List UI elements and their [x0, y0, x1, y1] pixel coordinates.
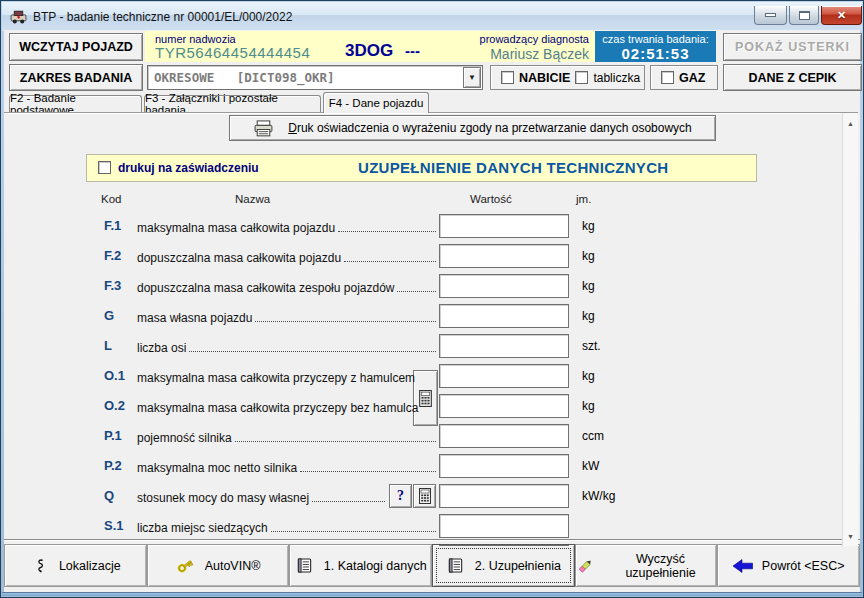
row-name-line: dopuszczalna masa całkowita pojazdu	[137, 247, 437, 265]
nabicie-checkbox[interactable]	[501, 71, 514, 84]
footer-button-label: 2. Uzupełnienia	[475, 559, 561, 573]
footer-button-label: Lokalizacje	[59, 559, 121, 573]
row-name: maksymalna masa całkowita przyczepy z ha…	[137, 371, 415, 385]
row-unit: kg	[582, 309, 595, 323]
table-row: F.2dopuszczalna masa całkowita pojazdukg	[4, 242, 842, 272]
app-icon	[10, 8, 27, 25]
section-header-bar: drukuj na zaświadczeniu UZUPEŁNIENIE DAN…	[86, 154, 757, 182]
row-code: L	[104, 338, 112, 353]
footer-button-powr-t-esc[interactable]: Powrót <ESC>	[717, 544, 860, 587]
maximize-button[interactable]	[789, 6, 819, 25]
diagnostician-block: prowadzący diagnosta Mariusz Bączek	[480, 33, 589, 62]
tab-f4-dane-pojazdu[interactable]: F4 - Dane pojazdu	[323, 92, 429, 113]
tabliczka-label: tabliczka	[593, 71, 640, 85]
row-code: S.1	[104, 518, 124, 533]
footer-button-label: AutoVIN®	[205, 559, 261, 573]
key-icon	[176, 557, 196, 575]
value-input-L[interactable]	[439, 334, 569, 358]
diagnostician-name: Mariusz Bączek	[480, 46, 589, 62]
eraser-pencil-icon	[576, 557, 596, 575]
footer-button-bar: LokalizacjeAutoVIN®1. Katalogi danych2. …	[4, 539, 860, 592]
close-button[interactable]: ✕	[821, 6, 862, 25]
footer-button-label: Wyczyść uzupełnienie	[605, 552, 717, 580]
footer-button-label: 1. Katalogi danych	[324, 559, 427, 573]
calculator-button[interactable]	[413, 484, 436, 508]
row-name: maksymalna moc netto silnika	[137, 461, 297, 475]
chevron-down-icon[interactable]: ▼	[463, 67, 481, 88]
row-name-line: maksymalna moc netto silnika	[137, 457, 437, 475]
print-consent-label: Druk oświadczenia o wyrażeniu zgody na p…	[288, 121, 692, 135]
vin-value: TYR56464454444454	[155, 44, 310, 61]
timer-value: 02:51:53	[595, 45, 716, 62]
row-name: dopuszczalna masa całkowita zespołu poja…	[137, 281, 394, 295]
print-on-certificate-checkbox[interactable]	[98, 161, 111, 174]
row-code: O.2	[104, 398, 125, 413]
row-code: F.2	[104, 248, 121, 263]
print-consent-button[interactable]: Druk oświadczenia o wyrażeniu zgody na p…	[229, 115, 716, 141]
gaz-label: GAZ	[679, 71, 705, 85]
value-input-S.1[interactable]	[439, 514, 569, 538]
table-row: Gmasa własna pojazdukg	[4, 302, 842, 332]
value-input-F.2[interactable]	[439, 244, 569, 268]
load-vehicle-button[interactable]: WCZYTAJ POJAZD	[9, 33, 143, 61]
vertical-scrollbar[interactable]: ▲ ▼	[842, 113, 858, 546]
footer-button-wyczy-uzupe-nienie[interactable]: Wyczyść uzupełnienie	[575, 544, 718, 587]
dotted-leader	[255, 321, 436, 322]
row-code: P.1	[104, 428, 122, 443]
column-header-code: Kod	[101, 193, 121, 205]
client-area: WCZYTAJ POJAZD numer nadwozia TYR5646445…	[4, 30, 860, 592]
footer-button-lokalizacje[interactable]: Lokalizacje	[4, 544, 147, 587]
dotted-leader	[300, 471, 436, 472]
value-input-O.1[interactable]	[439, 364, 569, 388]
cepik-data-button[interactable]: DANE Z CEPIK	[723, 64, 862, 91]
footer-button-1-katalogi-danych[interactable]: 1. Katalogi danych	[289, 544, 432, 587]
scroll-up-icon[interactable]: ▲	[843, 115, 858, 131]
footer-button-2-uzupe-nienia[interactable]: 2. Uzupełnienia	[432, 544, 575, 587]
tabliczka-checkbox[interactable]	[575, 71, 588, 84]
window-bottom-border	[2, 592, 862, 596]
table-row: S.1liczba miejsc siedzących	[4, 512, 842, 542]
column-header-value: Wartość	[470, 193, 512, 205]
value-input-F.3[interactable]	[439, 274, 569, 298]
minimize-button[interactable]	[754, 6, 787, 25]
dotted-leader	[312, 501, 385, 502]
exam-scope-button[interactable]: ZAKRES BADANIA	[9, 64, 143, 91]
row-code: P.2	[104, 458, 122, 473]
row-name-line: masa własna pojazdu	[137, 307, 437, 325]
row-name: dopuszczalna masa całkowita pojazdu	[137, 251, 341, 265]
diagnostician-label: prowadzący diagnosta	[480, 33, 589, 45]
value-input-G[interactable]	[439, 304, 569, 328]
row-name: liczba osi	[137, 341, 186, 355]
show-defects-button[interactable]: POKAŻ USTERKI	[723, 33, 862, 61]
dotted-leader	[235, 441, 436, 442]
scroll-down-icon[interactable]: ▼	[843, 528, 858, 544]
tab-f3-zalaczniki[interactable]: F3 - Załączniki i pozostałe badania	[144, 95, 321, 112]
row-name-line: maksymalna masa całkowita przyczepy bez …	[137, 397, 409, 415]
value-input-O.2[interactable]	[439, 394, 569, 418]
section-title: UZUPEŁNIENIE DANYCH TECHNICZNYCH	[358, 159, 668, 176]
row-name: maksymalna masa całkowita przyczepy bez …	[137, 401, 418, 415]
row-name: pojemność silnika	[137, 431, 232, 445]
row-name-line: dopuszczalna masa całkowita zespołu poja…	[137, 277, 437, 295]
row-unit: ccm	[582, 429, 604, 443]
row-unit: szt.	[582, 339, 601, 353]
footer-button-autovin[interactable]: AutoVIN®	[147, 544, 290, 587]
printer-icon	[253, 120, 274, 137]
nabicie-label: NABICIE	[519, 71, 570, 85]
value-input-P.2[interactable]	[439, 454, 569, 478]
nabicie-checkbox-group: NABICIE tabliczka	[490, 65, 645, 90]
value-input-F.1[interactable]	[439, 214, 569, 238]
gaz-checkbox[interactable]	[661, 71, 674, 84]
dotted-leader	[338, 231, 436, 232]
tab-f2-badanie-podstawowe[interactable]: F2 - Badanie podstawowe	[9, 95, 142, 112]
help-button[interactable]: ?	[389, 484, 412, 508]
vehicle-code-suffix: ---	[405, 42, 420, 59]
row-unit: kg	[582, 399, 595, 413]
value-input-P.1[interactable]	[439, 424, 569, 448]
footer-button-label: Powrót <ESC>	[762, 559, 845, 573]
value-input-Q[interactable]	[439, 484, 569, 508]
catalog-icon	[295, 557, 315, 575]
vehicle-info-panel: numer nadwozia TYR56464454444454 3DOG --…	[145, 31, 595, 62]
exam-scope-dropdown[interactable]: OKRESOWE [DICT098_OKR] ▼	[147, 65, 483, 90]
row-name-line: maksymalna masa całkowita pojazdu	[137, 217, 437, 235]
